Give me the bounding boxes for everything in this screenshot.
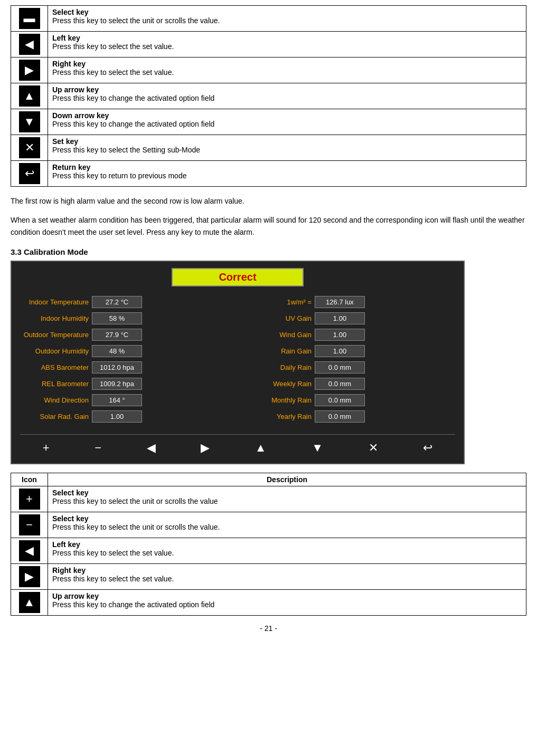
key-icon-box: + [19, 489, 40, 510]
calibration-left-column: Indoor Temperature 27.2 °C Indoor Humidi… [20, 296, 232, 427]
cal-right-row: UV Gain 1.00 [243, 312, 455, 324]
key-label: Left key [52, 34, 80, 42]
key-icon-box: − [19, 514, 40, 535]
cal-field-value: 164 ° [92, 394, 142, 406]
key-label: Return key [52, 163, 90, 171]
key-icon: ▲ [11, 83, 48, 109]
table-row: ◀ Left key Press this key to select the … [11, 32, 526, 58]
key-description: Select key Press this key to select the … [48, 6, 526, 32]
cal-left-row: Indoor Temperature 27.2 °C [20, 296, 232, 308]
calibration-right-column: 1w/m² = 126.7 lux UV Gain 1.00 Wind Gain… [243, 296, 455, 427]
cal-bottom-icon: ◀ [147, 441, 156, 455]
cal-right-row: 1w/m² = 126.7 lux [243, 296, 455, 308]
cal-left-row: REL Barometer 1009.2 hpa [20, 378, 232, 390]
cal-left-row: Solar Rad. Gain 1.00 [20, 410, 232, 423]
cal-left-row: Wind Direction 164 ° [20, 394, 232, 406]
key-desc-text: Press this key to select the unit or scr… [52, 497, 218, 505]
key-label: Down arrow key [52, 111, 109, 120]
key-icon: + [11, 486, 48, 512]
cal-field-value: 1012.0 hpa [92, 361, 142, 374]
key-desc-text: Press this key to change the activated o… [52, 120, 214, 128]
cal-field-label: Solar Rad. Gain [20, 413, 89, 420]
key-icon-box: ✕ [19, 137, 40, 158]
key-label: Right key [52, 60, 86, 68]
page-number: - 21 - [11, 624, 526, 633]
cal-field-value: 0.0 mm [315, 378, 365, 390]
key-icon: ▬ [11, 6, 48, 32]
key-desc-text: Press this key to return to previous mod… [52, 171, 186, 180]
key-icon: ▶ [11, 564, 48, 590]
key-desc-text: Press this key to select the set value. [52, 42, 174, 51]
cal-bottom-icon: ✕ [369, 441, 378, 455]
cal-bottom-icon: ▶ [201, 441, 210, 455]
cal-field-label: Outdoor Temperature [20, 331, 89, 339]
key-description: Set key Press this key to select the Set… [48, 135, 526, 161]
key-icon: ◀ [11, 32, 48, 58]
cal-left-row: ABS Barometer 1012.0 hpa [20, 361, 232, 374]
cal-field-label: Monthly Rain [243, 396, 312, 404]
cal-field-label: UV Gain [243, 314, 312, 322]
key-label: Select key [52, 8, 89, 16]
cal-field-label: Yearly Rain [243, 413, 312, 420]
cal-field-value: 1.00 [315, 345, 365, 357]
key-description: Select key Press this key to select the … [48, 486, 526, 512]
calibration-grid: Indoor Temperature 27.2 °C Indoor Humidi… [20, 296, 455, 427]
cal-bottom-icon: ▼ [312, 441, 323, 455]
cal-field-value: 27.2 °C [92, 296, 142, 308]
key-icon: ✕ [11, 135, 48, 161]
cal-right-row: Yearly Rain 0.0 mm [243, 410, 455, 423]
key-desc-text: Press this key to change the activated o… [52, 600, 214, 609]
calibration-screen: Correct Indoor Temperature 27.2 °C Indoo… [11, 261, 465, 464]
cal-field-value: 1009.2 hpa [92, 378, 142, 390]
key-description: Up arrow key Press this key to change th… [48, 83, 526, 109]
key-desc-text: Press this key to select the set value. [52, 575, 174, 583]
cal-left-row: Indoor Humidity 58 % [20, 312, 232, 324]
cal-right-row: Wind Gain 1.00 [243, 329, 455, 341]
cal-bottom-icon: ↩ [423, 441, 432, 455]
table-row: ↩ Return key Press this key to return to… [11, 161, 526, 187]
cal-field-value: 126.7 lux [315, 296, 365, 308]
cal-field-value: 1.00 [92, 410, 142, 423]
key-description: Right key Press this key to select the s… [48, 564, 526, 590]
cal-field-label: Indoor Humidity [20, 314, 89, 322]
cal-right-row: Daily Rain 0.0 mm [243, 361, 455, 374]
cal-field-value: 1.00 [315, 312, 365, 324]
table-row: ✕ Set key Press this key to select the S… [11, 135, 526, 161]
key-icon-box: ▲ [19, 592, 40, 613]
section-heading: 3.3 Calibration Mode [11, 247, 526, 256]
cal-right-row: Rain Gain 1.00 [243, 345, 455, 357]
key-desc-text: Press this key to change the activated o… [52, 94, 214, 102]
cal-field-value: 48 % [92, 345, 142, 357]
key-description: Down arrow key Press this key to change … [48, 109, 526, 135]
cal-bottom-icon: − [95, 441, 101, 455]
key-label: Right key [52, 566, 86, 575]
bottom-table-desc-header: Description [48, 473, 526, 486]
key-desc-text: Press this key to select the unit or scr… [52, 16, 220, 25]
key-description: Return key Press this key to return to p… [48, 161, 526, 187]
cal-field-value: 1.00 [315, 329, 365, 341]
key-desc-text: Press this key to select the set value. [52, 549, 174, 557]
table-row: ▼ Down arrow key Press this key to chang… [11, 109, 526, 135]
key-icon-box: ▶ [19, 60, 40, 81]
cal-field-label: Wind Gain [243, 331, 312, 339]
key-description: Select key Press this key to select the … [48, 512, 526, 538]
key-icon-box: ↩ [19, 163, 40, 184]
key-icon-box: ▬ [19, 8, 40, 29]
key-icon: ▲ [11, 590, 48, 616]
key-description: Up arrow key Press this key to change th… [48, 590, 526, 616]
bottom-table-icon-header: Icon [11, 473, 48, 486]
key-desc-text: Press this key to select the unit or scr… [52, 523, 220, 531]
cal-field-label: ABS Barometer [20, 363, 89, 371]
bottom-key-table: Icon Description + Select key Press this… [11, 473, 526, 616]
cal-bottom-icon: + [43, 441, 50, 455]
cal-field-label: 1w/m² = [243, 298, 312, 306]
key-description: Left key Press this key to select the se… [48, 32, 526, 58]
table-row: ▲ Up arrow key Press this key to change … [11, 590, 526, 616]
table-row: ◀ Left key Press this key to select the … [11, 538, 526, 564]
cal-field-value: 27.9 °C [92, 329, 142, 341]
key-label: Select key [52, 489, 89, 497]
calibration-title: Correct [219, 271, 256, 283]
cal-right-row: Weekly Rain 0.0 mm [243, 378, 455, 390]
key-icon: − [11, 512, 48, 538]
table-row: ▶ Right key Press this key to select the… [11, 58, 526, 83]
